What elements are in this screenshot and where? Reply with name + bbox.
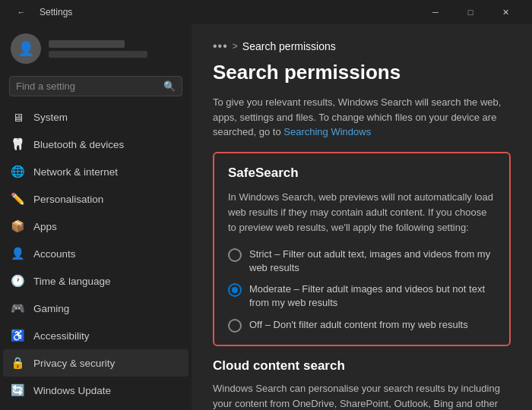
close-button[interactable]: ✕ (488, 0, 523, 24)
radio-moderate-circle (228, 283, 242, 297)
app-title: Settings (40, 7, 72, 17)
sidebar-item-gaming[interactable]: 🎮 Gaming (3, 295, 188, 322)
sidebar-item-label: Gaming (33, 303, 69, 314)
cloud-search-description: Windows Search can personalise your sear… (213, 381, 511, 410)
title-bar: ← Settings ─ □ ✕ (0, 0, 532, 24)
privacy-icon: 🔒 (11, 356, 24, 370)
sidebar-item-label: Privacy & security (33, 358, 115, 369)
safesearch-title: SafeSearch (228, 166, 496, 181)
page-title: Search permissions (213, 61, 511, 84)
radio-off[interactable]: Off – Don't filter adult content from my… (228, 318, 496, 333)
breadcrumb-dots: ••• (213, 39, 228, 53)
sidebar-item-label: Windows Update (33, 385, 111, 396)
window-controls: ─ □ ✕ (418, 0, 523, 24)
sidebar-item-label: Accessibility (33, 330, 90, 342)
intro-text: To give you relevant results, Windows Se… (213, 95, 511, 140)
sidebar-item-personalisation[interactable]: ✏️ Personalisation (3, 185, 188, 213)
safesearch-description: In Windows Search, web previews will not… (228, 190, 496, 235)
sidebar-item-accounts[interactable]: 👤 Accounts (3, 240, 188, 267)
radio-moderate-label: Moderate – Filter adult images and video… (249, 282, 496, 310)
radio-off-circle (228, 319, 242, 333)
avatar: 👤 (11, 33, 41, 64)
back-button[interactable]: ← (9, 0, 33, 24)
sidebar: 👤 🔍 🖥 System 🦷 Bluetooth & devices 🌐 (0, 24, 192, 410)
title-bar-left: ← Settings (9, 0, 418, 24)
radio-strict-circle (228, 248, 242, 262)
content-area: ••• > Search permissions Search permissi… (192, 24, 532, 410)
search-icon: 🔍 (163, 80, 176, 92)
breadcrumb-current: Search permissions (242, 40, 336, 52)
sidebar-item-privacy[interactable]: 🔒 Privacy & security (3, 349, 188, 377)
sidebar-item-apps[interactable]: 📦 Apps (3, 213, 188, 240)
safesearch-radio-group: Strict – Filter out adult text, images a… (228, 248, 496, 333)
sidebar-item-time[interactable]: 🕐 Time & language (3, 267, 188, 295)
sidebar-item-accessibility[interactable]: ♿ Accessibility (3, 322, 188, 349)
search-input[interactable] (16, 80, 163, 92)
sidebar-item-label: Time & language (33, 276, 111, 287)
gaming-icon: 🎮 (11, 301, 24, 315)
profile-email (49, 51, 147, 58)
sidebar-nav: 🖥 System 🦷 Bluetooth & devices 🌐 Network… (0, 104, 192, 404)
app-body: 👤 🔍 🖥 System 🦷 Bluetooth & devices 🌐 (0, 24, 532, 410)
safesearch-section: SafeSearch In Windows Search, web previe… (213, 152, 511, 346)
minimize-button[interactable]: ─ (418, 0, 453, 24)
sidebar-item-network[interactable]: 🌐 Network & internet (3, 158, 188, 185)
radio-strict[interactable]: Strict – Filter out adult text, images a… (228, 248, 496, 275)
sidebar-item-label: Apps (33, 221, 57, 232)
radio-moderate[interactable]: Moderate – Filter adult images and video… (228, 282, 496, 310)
sidebar-item-label: Personalisation (33, 194, 103, 205)
accounts-icon: 👤 (11, 247, 24, 260)
network-icon: 🌐 (11, 165, 24, 178)
sidebar-item-bluetooth[interactable]: 🦷 Bluetooth & devices (3, 131, 188, 158)
bluetooth-icon: 🦷 (11, 137, 24, 151)
profile-info (49, 40, 147, 58)
sidebar-profile: 👤 (0, 24, 192, 71)
windows-update-icon: 🔄 (11, 383, 24, 397)
sidebar-item-label: Network & internet (33, 166, 118, 178)
breadcrumb-chevron: > (233, 41, 238, 52)
sidebar-item-system[interactable]: 🖥 System (3, 104, 188, 131)
cloud-search-title: Cloud content search (213, 358, 511, 374)
time-icon: 🕐 (11, 274, 24, 288)
search-box[interactable]: 🔍 (9, 76, 182, 96)
radio-strict-label: Strict – Filter out adult text, images a… (249, 248, 496, 275)
profile-name (49, 40, 125, 48)
sidebar-item-label: System (33, 112, 68, 123)
searching-windows-link[interactable]: Searching Windows (283, 126, 371, 137)
accessibility-icon: ♿ (11, 329, 24, 342)
system-icon: 🖥 (11, 111, 24, 124)
sidebar-item-windows-update[interactable]: 🔄 Windows Update (3, 377, 188, 404)
breadcrumb: ••• > Search permissions (213, 39, 511, 53)
apps-icon: 📦 (11, 219, 24, 233)
maximize-button[interactable]: □ (453, 0, 488, 24)
personalisation-icon: ✏️ (11, 192, 24, 206)
sidebar-item-label: Accounts (33, 248, 76, 260)
sidebar-item-label: Bluetooth & devices (33, 139, 124, 150)
radio-off-label: Off – Don't filter adult content from my… (249, 318, 468, 332)
